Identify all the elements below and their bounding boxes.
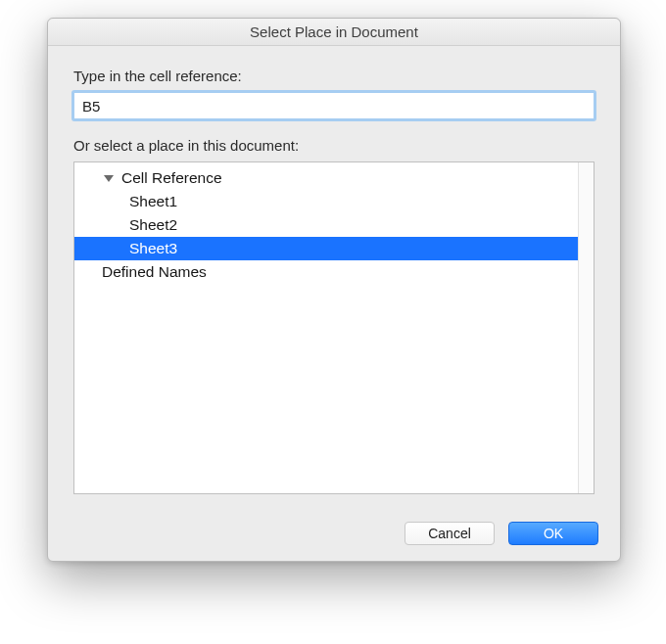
tree-item-sheet1[interactable]: Sheet1 bbox=[74, 190, 578, 213]
select-place-label: Or select a place in this document: bbox=[73, 137, 595, 154]
tree-item-sheet2[interactable]: Sheet2 bbox=[74, 213, 578, 237]
dialog-title: Select Place in Document bbox=[48, 19, 620, 46]
cell-reference-input[interactable] bbox=[73, 92, 595, 119]
dialog-content: Type in the cell reference: Or select a … bbox=[48, 46, 620, 512]
cancel-button[interactable]: Cancel bbox=[404, 522, 495, 545]
dialog-footer: Cancel OK bbox=[48, 512, 620, 561]
tree-item-label: Sheet1 bbox=[129, 193, 177, 210]
tree-item-label: Sheet3 bbox=[129, 240, 177, 257]
tree-group-label: Cell Reference bbox=[121, 169, 222, 187]
tree-group-cell-reference[interactable]: Cell Reference bbox=[74, 166, 578, 190]
tree-item-label: Sheet2 bbox=[129, 216, 177, 234]
tree-scrollbar[interactable] bbox=[578, 162, 594, 493]
tree-group-defined-names[interactable]: Defined Names bbox=[74, 260, 578, 284]
place-tree-list[interactable]: Cell Reference Sheet1 Sheet2 Sheet3 Defi… bbox=[74, 162, 578, 493]
tree-item-sheet3[interactable]: Sheet3 bbox=[74, 237, 578, 260]
chevron-down-icon bbox=[104, 175, 114, 182]
place-tree: Cell Reference Sheet1 Sheet2 Sheet3 Defi… bbox=[73, 161, 595, 494]
cell-reference-label: Type in the cell reference: bbox=[73, 68, 595, 84]
ok-button[interactable]: OK bbox=[508, 522, 598, 545]
select-place-dialog: Select Place in Document Type in the cel… bbox=[47, 18, 621, 562]
tree-group-label: Defined Names bbox=[102, 263, 207, 281]
